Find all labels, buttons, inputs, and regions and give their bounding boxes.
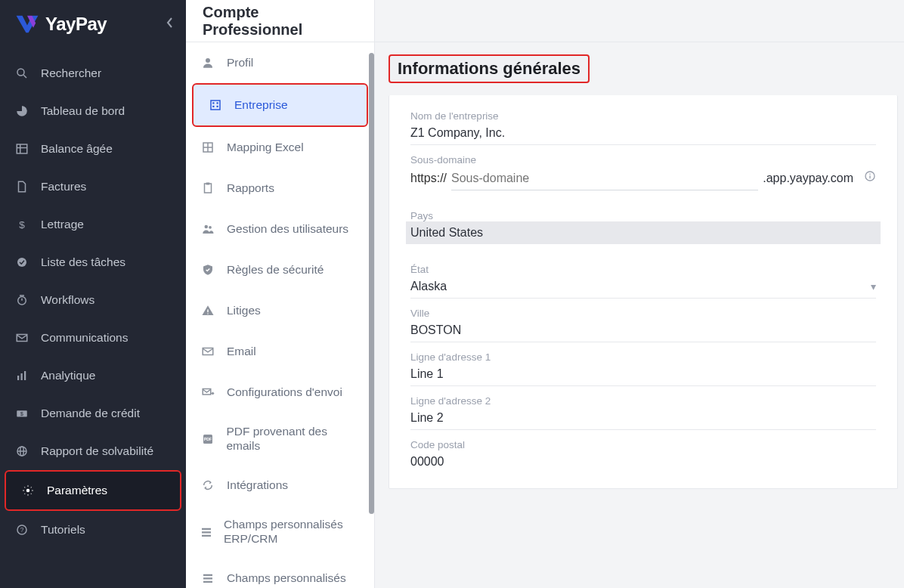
nav-dashboard[interactable]: Tableau de bord xyxy=(0,92,186,130)
nav-label: Rapport de solvabilité xyxy=(41,444,153,458)
sub-custom-erp[interactable]: Champs personnalisés ERP/CRM xyxy=(186,506,374,558)
nav-workflows[interactable]: Workflows xyxy=(0,281,186,319)
sub-email[interactable]: Email xyxy=(186,331,374,372)
sub-label: Gestion des utilisateurs xyxy=(227,222,348,237)
mail-icon xyxy=(200,343,216,360)
field-label: État xyxy=(410,264,876,275)
subdomain-prefix: https:// xyxy=(410,172,447,185)
svg-text:PDF: PDF xyxy=(203,437,212,441)
general-info-card: Nom de l'entreprise Z1 Company, Inc. Sou… xyxy=(389,95,898,489)
globe-icon xyxy=(14,443,30,460)
nav-tasks[interactable]: Liste des tâches xyxy=(0,243,186,281)
field-subdomain: Sous-domaine https:// .app.yaypay.com xyxy=(410,145,876,195)
envelope-icon xyxy=(14,330,30,346)
nav-credit-request[interactable]: $ Demande de crédit xyxy=(0,395,186,432)
search-icon xyxy=(14,65,30,82)
svg-rect-23 xyxy=(211,101,220,110)
warning-icon xyxy=(200,302,216,319)
sub-custom[interactable]: Champs personnalisés xyxy=(186,558,374,588)
nav-search[interactable]: Rechercher xyxy=(0,54,186,92)
logo-icon xyxy=(15,14,39,34)
logo-text: YayPay xyxy=(45,14,107,35)
nav-invoices[interactable]: Factures xyxy=(0,168,186,206)
subdomain-input[interactable] xyxy=(451,172,758,190)
info-icon[interactable] xyxy=(864,170,876,185)
nav-settings[interactable]: Paramètres xyxy=(5,470,181,511)
people-icon xyxy=(200,221,216,237)
field-label: Ville xyxy=(410,308,876,319)
sub-label: Litiges xyxy=(227,304,261,318)
pdf-icon: PDF xyxy=(200,431,215,447)
field-label: Pays xyxy=(410,210,876,221)
field-city[interactable]: Ville BOSTON xyxy=(410,299,876,342)
sub-security[interactable]: Règles de sécurité xyxy=(186,249,374,290)
nav-label: Liste des tâches xyxy=(41,255,125,269)
nav-communications[interactable]: Communications xyxy=(0,319,186,357)
pie-chart-icon xyxy=(14,103,30,119)
main-header xyxy=(375,0,904,42)
field-label: Ligne d'adresse 1 xyxy=(410,351,876,363)
svg-point-36 xyxy=(207,313,209,314)
nav-lettering[interactable]: $ Lettrage xyxy=(0,206,186,243)
svg-text:$: $ xyxy=(20,411,23,416)
svg-rect-43 xyxy=(202,535,211,537)
shield-icon xyxy=(200,262,216,278)
chevron-down-icon: ▾ xyxy=(871,280,876,292)
send-icon xyxy=(200,384,216,401)
field-label: Sous-domaine xyxy=(410,154,876,166)
nav-label: Lettrage xyxy=(41,218,84,231)
main-panel: Informations générales Nom de l'entrepri… xyxy=(375,0,904,588)
clipboard-icon xyxy=(200,180,216,197)
sidebar-collapse-button[interactable] xyxy=(166,17,174,32)
field-address-1[interactable]: Ligne d'adresse 1 Line 1 xyxy=(410,342,876,386)
field-value: Line 1 xyxy=(410,367,876,381)
nav-aging[interactable]: Balance âgée xyxy=(0,130,186,168)
sub-label: PDF provenant des emails xyxy=(226,425,361,453)
sub-label: Mapping Excel xyxy=(227,141,304,155)
subpanel-scrollbar[interactable] xyxy=(369,53,374,514)
svg-rect-24 xyxy=(212,102,214,104)
nav-label: Tutoriels xyxy=(41,523,85,537)
document-icon xyxy=(14,178,30,195)
sub-users[interactable]: Gestion des utilisateurs xyxy=(186,209,374,249)
sub-disputes[interactable]: Litiges xyxy=(186,290,374,331)
sub-label: Entreprise xyxy=(234,98,288,113)
sub-send-config[interactable]: Configurations d'envoi xyxy=(186,372,374,413)
field-label: Code postal xyxy=(410,439,876,450)
field-postal[interactable]: Code postal 00000 xyxy=(410,430,876,473)
nav-solvency[interactable]: Rapport de solvabilité xyxy=(0,432,186,470)
sub-label: Champs personnalisés ERP/CRM xyxy=(224,518,361,546)
field-value: 00000 xyxy=(410,455,876,469)
svg-point-19 xyxy=(26,489,30,493)
settings-subpanel: Compte Professionnel Profil Entreprise M… xyxy=(186,0,375,588)
sub-profile[interactable]: Profil xyxy=(186,42,374,83)
svg-rect-32 xyxy=(206,183,210,185)
sub-pdf-email[interactable]: PDF PDF provenant des emails xyxy=(186,413,374,465)
svg-rect-11 xyxy=(17,376,19,380)
field-country[interactable]: Pays United States xyxy=(410,201,876,249)
nav-tutorials[interactable]: ? Tutoriels xyxy=(0,511,186,549)
nav-label: Balance âgée xyxy=(41,142,113,156)
field-value: BOSTON xyxy=(410,323,876,337)
svg-rect-26 xyxy=(212,106,214,107)
sub-integrations[interactable]: Intégrations xyxy=(186,465,374,506)
list-icon xyxy=(200,570,216,586)
field-address-2[interactable]: Ligne d'adresse 2 Line 2 xyxy=(410,386,876,430)
sub-reports[interactable]: Rapports xyxy=(186,168,374,209)
sub-label: Champs personnalisés xyxy=(227,571,346,586)
nav-label: Analytique xyxy=(41,369,95,382)
sub-company[interactable]: Entreprise xyxy=(192,83,368,127)
svg-rect-12 xyxy=(21,373,23,380)
building-icon xyxy=(207,97,224,113)
bar-chart-icon xyxy=(14,367,30,384)
svg-point-33 xyxy=(205,225,209,229)
field-company-name[interactable]: Nom de l'entreprise Z1 Company, Inc. xyxy=(410,101,876,145)
nav-analytics[interactable]: Analytique xyxy=(0,357,186,395)
svg-rect-13 xyxy=(24,371,26,380)
svg-point-22 xyxy=(206,58,210,63)
field-label: Nom de l'entreprise xyxy=(410,110,876,122)
nav-label: Rechercher xyxy=(41,67,101,80)
person-icon xyxy=(200,54,216,71)
sub-mapping[interactable]: Mapping Excel xyxy=(186,127,374,168)
field-state[interactable]: État Alaska ▾ xyxy=(410,255,876,299)
